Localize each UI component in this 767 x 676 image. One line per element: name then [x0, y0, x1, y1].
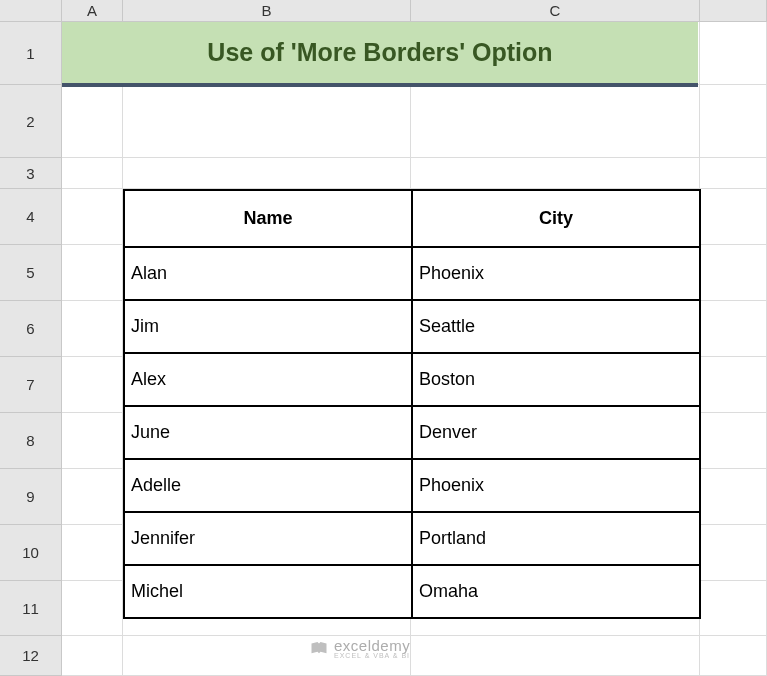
- col-header-corner[interactable]: [700, 0, 767, 22]
- spreadsheet-grid: ABC 123456789101112 Use of 'More Borders…: [0, 0, 767, 676]
- col-header-B[interactable]: B: [123, 0, 411, 22]
- table-row[interactable]: MichelOmaha: [124, 565, 700, 618]
- cell[interactable]: Michel: [124, 565, 412, 618]
- col-header-A[interactable]: A: [62, 0, 123, 22]
- col-header-corner[interactable]: [0, 0, 62, 22]
- watermark: exceldemy EXCEL & VBA & BI: [310, 637, 410, 659]
- row-header-3[interactable]: 3: [0, 158, 62, 189]
- table-row[interactable]: JuneDenver: [124, 406, 700, 459]
- row-header-10[interactable]: 10: [0, 525, 62, 581]
- title-cell[interactable]: Use of 'More Borders' Option: [62, 22, 698, 87]
- row-header-4[interactable]: 4: [0, 189, 62, 245]
- cell[interactable]: Jennifer: [124, 512, 412, 565]
- cell[interactable]: Jim: [124, 300, 412, 353]
- row-header-8[interactable]: 8: [0, 413, 62, 469]
- book-icon: [310, 641, 328, 655]
- title-text: Use of 'More Borders' Option: [207, 38, 552, 67]
- cell[interactable]: Alex: [124, 353, 412, 406]
- cell[interactable]: Alan: [124, 247, 412, 300]
- row-header-7[interactable]: 7: [0, 357, 62, 413]
- table-header-row: Name City: [124, 190, 700, 247]
- table-row[interactable]: JenniferPortland: [124, 512, 700, 565]
- cell[interactable]: Denver: [412, 406, 700, 459]
- cell[interactable]: Omaha: [412, 565, 700, 618]
- header-city[interactable]: City: [412, 190, 700, 247]
- table-row[interactable]: JimSeattle: [124, 300, 700, 353]
- row-header-9[interactable]: 9: [0, 469, 62, 525]
- col-header-C[interactable]: C: [411, 0, 700, 22]
- row-header-6[interactable]: 6: [0, 301, 62, 357]
- table-row[interactable]: AlexBoston: [124, 353, 700, 406]
- row-header-12[interactable]: 12: [0, 636, 62, 676]
- row-header-2[interactable]: 2: [0, 85, 62, 158]
- row-header-1[interactable]: 1: [0, 22, 62, 85]
- cell[interactable]: Portland: [412, 512, 700, 565]
- watermark-text: exceldemy EXCEL & VBA & BI: [334, 637, 410, 659]
- table-row[interactable]: AlanPhoenix: [124, 247, 700, 300]
- cell[interactable]: Seattle: [412, 300, 700, 353]
- cell[interactable]: Adelle: [124, 459, 412, 512]
- header-name[interactable]: Name: [124, 190, 412, 247]
- row-header-5[interactable]: 5: [0, 245, 62, 301]
- cell[interactable]: Boston: [412, 353, 700, 406]
- cell[interactable]: Phoenix: [412, 247, 700, 300]
- data-table[interactable]: Name City AlanPhoenixJimSeattleAlexBosto…: [123, 189, 701, 619]
- row-header-11[interactable]: 11: [0, 581, 62, 636]
- cell[interactable]: Phoenix: [412, 459, 700, 512]
- table-row[interactable]: AdellePhoenix: [124, 459, 700, 512]
- cell[interactable]: June: [124, 406, 412, 459]
